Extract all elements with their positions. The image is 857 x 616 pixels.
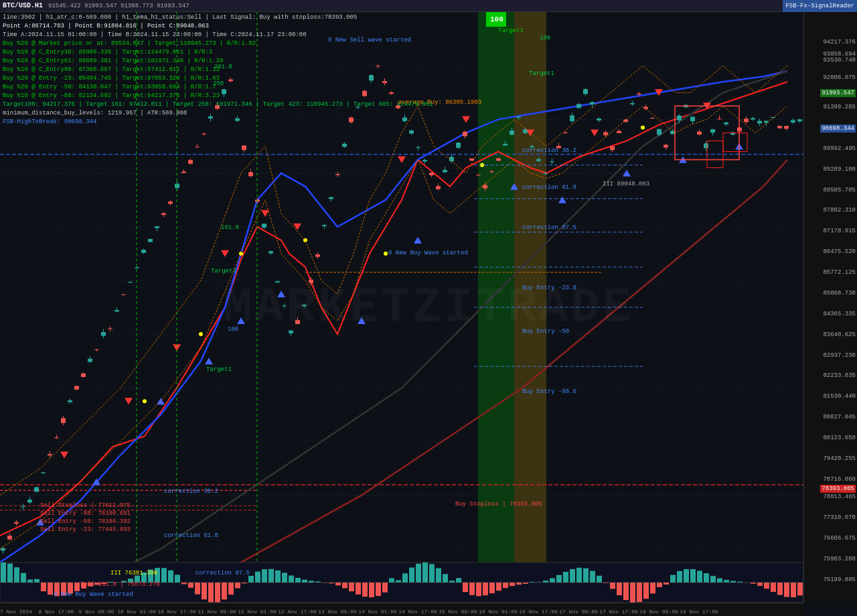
price-axis: 94217.37693858.69493530.74892806.0759199…: [803, 12, 857, 601]
price-label: 88585.705: [823, 187, 856, 194]
time-label: 10 Nov 01:00: [117, 609, 156, 615]
time-label: 10 Nov 17:00: [157, 609, 196, 615]
price-label: 89289.100: [823, 166, 856, 173]
price-label: 86475.520: [823, 248, 856, 255]
price-label: 82233.835: [823, 372, 856, 379]
time-label: 16 Nov 01:00: [479, 609, 518, 615]
price-label: 92806.075: [823, 74, 856, 81]
points-line: Point A:86714.703 | Point B:91884.016 | …: [3, 22, 433, 31]
fsb-high-line: FSB-HighToBreak: 90698.344: [3, 118, 433, 127]
buysell-line: Buy %10 @ Entry -88: 82134.692 | Target:…: [3, 92, 433, 100]
targets-line: Target100: 94217.376 | Target 161: 97412…: [3, 100, 433, 109]
buysell-lines: Buy %20 @ Market price or at: 89534.047 …: [3, 40, 433, 100]
time-label: 17 Nov 17:00: [599, 609, 638, 615]
indicator-line: line:3502 | h1_atr_c:0-569.008 | h1_tema…: [3, 13, 433, 22]
price-label: 76606.675: [823, 535, 856, 542]
chart-title: BTC/USD.H1: [3, 2, 43, 9]
times-line: Time A:2024.11.15 01:00:00 | Time B:2024…: [3, 31, 433, 40]
price-label: 75903.280: [823, 556, 856, 562]
ohlc-display: 91545.422 91993.547 91388.773 91993.547: [48, 3, 189, 9]
price-label: 90698.344: [820, 125, 856, 133]
time-label: 14 Nov 17:00: [398, 609, 437, 615]
price-label: 94217.376: [823, 39, 856, 46]
buysell-line: Buy %10 @ C_Entry61: 88689.381 | Target:…: [3, 57, 433, 66]
price-label: 78013.465: [823, 493, 856, 500]
time-label: 17 Nov 09:00: [559, 609, 598, 615]
fsb-badge: FSB-Fx-SignalReader: [783, 0, 857, 12]
price-label: 81530.440: [823, 393, 856, 400]
time-label: 12 Nov 01:00: [238, 609, 277, 615]
price-label: 89992.495: [823, 145, 856, 152]
price-label: 83640.625: [823, 331, 856, 338]
top-bar: BTC/USD.H1 91545.422 91993.547 91388.773…: [0, 0, 857, 12]
time-label: 18 Nov 09:00: [639, 609, 678, 615]
time-label: 8 Nov 17:00: [39, 609, 74, 615]
time-label: 18 Nov 17:00: [680, 609, 718, 615]
buysell-line: Buy %20 @ Entry -50: 84130.047 | Target:…: [3, 83, 433, 92]
price-label: 79420.255: [823, 455, 856, 462]
time-label: 14 Nov 01:00: [358, 609, 397, 615]
price-label: 80827.045: [823, 414, 856, 420]
price-label: 77310.070: [823, 514, 856, 521]
time-label: 16 Nov 17:00: [519, 609, 558, 615]
price-label: 91993.547: [820, 89, 856, 97]
price-label: 78716.860: [823, 476, 856, 483]
buysell-line: Buy %10 @ C_Entry38: 89909.338 | Target:…: [3, 48, 433, 57]
min-distance-line: minimum_distance_buy_levels: 1219.957 | …: [3, 109, 433, 118]
price-label: 87178.915: [823, 228, 856, 234]
price-label: 85068.730: [823, 290, 856, 297]
time-label: 11 Nov 09:00: [198, 609, 236, 615]
price-label: 75199.885: [823, 576, 856, 583]
buysell-line: Buy %10 @ C_Entry88: 87360.867 | Target:…: [3, 66, 433, 74]
chart-container: BTC/USD.H1 91545.422 91993.547 91388.773…: [0, 0, 857, 616]
price-label: 91399.285: [823, 104, 856, 110]
price-label: 80123.650: [823, 435, 856, 441]
time-label: 7 Nov 2024: [0, 609, 32, 615]
info-panel: line:3502 | h1_atr_c:0-569.008 | h1_tema…: [3, 13, 433, 127]
price-label: 87882.310: [823, 207, 856, 214]
price-label: 84365.335: [823, 311, 856, 317]
price-label: 82937.230: [823, 352, 856, 359]
price-label: 93530.748: [823, 57, 856, 64]
buysell-line: Buy %20 @ Market price or at: 89534.047 …: [3, 40, 433, 48]
time-label: 13 Nov 09:00: [318, 609, 357, 615]
time-label: 12 Nov 17:00: [278, 609, 317, 615]
buysell-line: Buy %20 @ Entry -23: 85494.745 | Target:…: [3, 74, 433, 83]
price-label: 78393.005: [820, 485, 856, 493]
time-label: 15 Nov 09:00: [439, 609, 477, 615]
time-axis: 7 Nov 20248 Nov 17:009 Nov 09:0010 Nov 0…: [0, 603, 803, 616]
time-label: 9 Nov 09:00: [79, 609, 114, 615]
price-label: 85772.125: [823, 269, 856, 276]
